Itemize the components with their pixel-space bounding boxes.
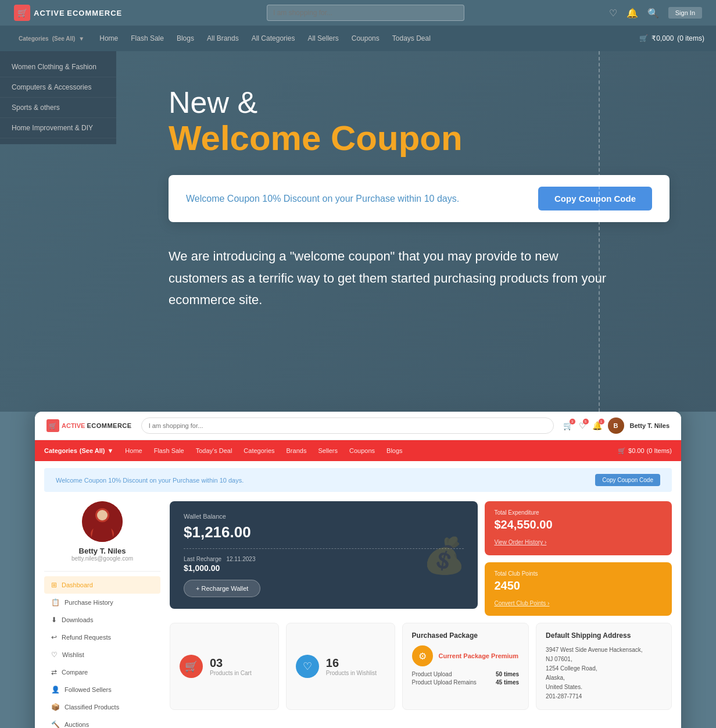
copy-coupon-button[interactable]: Copy Coupon Code [538, 187, 652, 210]
dashboard-coupon-banner: Welcome Coupon 10% Discount on your Purc… [44, 468, 672, 492]
dash-search-input[interactable] [141, 417, 554, 434]
logo-icon: 🛒 [14, 5, 30, 21]
coupon-banner: Welcome Coupon 10% Discount on your Purc… [169, 175, 670, 222]
wishlist-stat-icon: ♡ [296, 655, 319, 678]
chevron-down-icon: ▼ [78, 35, 84, 42]
nav-blogs[interactable]: Blogs [171, 31, 200, 46]
search-icon[interactable]: 🔍 [647, 8, 659, 19]
cart-stat-icon: 🛒 [180, 655, 203, 678]
dash-avatar[interactable]: B [608, 417, 624, 434]
wishlist-stat-label: Products in Wishlist [326, 670, 377, 676]
package-icon-row: ⚙ Current Package Premium [412, 645, 520, 666]
dash-nav-coupons[interactable]: Coupons [343, 447, 381, 454]
address-card: Default Shipping Address 3947 West Side … [536, 623, 672, 710]
wallet-last-amount: $1,000.00 [184, 563, 464, 573]
dash-categories-dropdown[interactable]: Categories (See All) ▼ [44, 447, 119, 454]
dash-icons: 🛒3 ♡5 🔔1 B Betty T. Niles [563, 417, 670, 434]
bottom-stats: 🛒 03 Products in Cart ♡ 16 Products in W… [170, 623, 672, 710]
sidebar-cat-2[interactable]: Computers & Accessories [0, 77, 116, 98]
dash-cart-icon[interactable]: 🛒3 [563, 421, 573, 430]
nav-flash-sale[interactable]: Flash Sale [125, 31, 170, 46]
sidebar-item-auctions[interactable]: 🔨 Auctions [44, 716, 160, 728]
package-icon: ⚙ [412, 645, 433, 666]
dash-cart-icon-nav: 🛒 [618, 447, 626, 455]
dash-nav-home[interactable]: Home [119, 447, 148, 454]
nav-todays-deal[interactable]: Todays Deal [386, 31, 436, 46]
sidebar-item-followed-sellers[interactable]: 👤 Followed Sellers [44, 681, 160, 698]
nav-home[interactable]: Home [94, 31, 124, 46]
dash-cart-sub: (0 Items) [647, 447, 672, 454]
dashboard-topbar: 🛒 ACTIVE ECOMMERCE 🛒3 ♡5 🔔1 B Betty T. N… [35, 412, 681, 440]
dash-username: Betty T. Niles [630, 422, 670, 429]
wishlist-stat-card: ♡ 16 Products in Wishlist [286, 623, 395, 710]
profile-email: betty.niles@google.com [44, 555, 160, 562]
dash-logo: 🛒 ACTIVE ECOMMERCE [46, 419, 132, 432]
nav-bar: Categories (See All) ▼ Home Flash Sale B… [0, 26, 716, 51]
signin-button[interactable]: Sign In [668, 7, 702, 19]
sidebar-cat-4[interactable]: Home Improvement & DIY [0, 118, 116, 138]
coupon-banner-text: Welcome Coupon 10% Discount on your Purc… [186, 194, 459, 204]
sidebar-item-downloads[interactable]: ⬇ Downloads [44, 611, 160, 629]
sidebar-item-label: Compare [62, 669, 88, 676]
dashboard-sidebar: Betty T. Niles betty.niles@google.com ⊞ … [44, 501, 160, 728]
history-icon: 📋 [51, 598, 60, 606]
expenditure-card: Total Expenditure $24,550.00 View Order … [485, 501, 672, 555]
club-points-value: 2450 [494, 579, 663, 593]
notification-icon[interactable]: 🔔 [627, 8, 638, 19]
dashboard-icon: ⊞ [51, 581, 57, 589]
dashboard-copy-coupon-button[interactable]: Copy Coupon Code [595, 474, 660, 486]
classified-icon: 📦 [51, 703, 60, 711]
convert-club-points-link[interactable]: Convert Club Points › [494, 600, 549, 606]
dash-logo-text: ACTIVE ECOMMERCE [62, 422, 132, 429]
dash-cart[interactable]: 🛒 $0.00 (0 Items) [618, 447, 672, 455]
sidebar-item-dashboard[interactable]: ⊞ Dashboard [44, 576, 160, 594]
sidebar-item-classified-products[interactable]: 📦 Classified Products [44, 698, 160, 716]
sidebar-item-wishlist[interactable]: ♡ Wishlist [44, 646, 160, 663]
sidebar-cat-1[interactable]: Women Clothing & Fashion [0, 57, 116, 77]
sidebar-item-compare[interactable]: ⇄ Compare [44, 663, 160, 681]
nav-coupons[interactable]: Coupons [346, 31, 385, 46]
dash-nav-blogs[interactable]: Blogs [381, 447, 409, 454]
nav-all-categories[interactable]: All Categories [246, 31, 301, 46]
hero-welcome-text: Welcome Coupon [169, 119, 670, 158]
dash-logo-icon: 🛒 [46, 419, 59, 432]
dash-nav-todays-deal[interactable]: Today's Deal [190, 447, 238, 454]
recharge-wallet-button[interactable]: + Recharge Wallet [184, 580, 260, 597]
top-bar-right: ♡ 🔔 🔍 Sign In [609, 7, 702, 19]
package-row-1: Product Upload 50 times [412, 671, 520, 677]
dash-nav-categories[interactable]: Categories [238, 447, 280, 454]
dash-nav-brands[interactable]: Brands [281, 447, 313, 454]
hero-sidebar-categories: Women Clothing & Fashion Computers & Acc… [0, 51, 116, 144]
wishlist-icon: ♡ [51, 651, 58, 659]
sidebar-item-label: Followed Sellers [65, 686, 112, 693]
package-card: Purchased Package ⚙ Current Package Prem… [402, 623, 529, 710]
nav-all-sellers[interactable]: All Sellers [302, 31, 344, 46]
dash-chevron-down-icon: ▼ [107, 447, 113, 454]
profile-name: Betty T. Niles [44, 547, 160, 555]
dashboard-main: Betty T. Niles betty.niles@google.com ⊞ … [35, 492, 681, 728]
user-avatar [82, 501, 123, 542]
dash-heart-icon[interactable]: ♡5 [579, 421, 586, 430]
heart-icon[interactable]: ♡ [609, 8, 617, 19]
hero-new-text: New & [169, 86, 670, 119]
dash-categories-label: Categories [44, 447, 77, 454]
view-order-history-link[interactable]: View Order History › [494, 539, 546, 545]
cart[interactable]: 🛒 ₹0,000 (0 items) [639, 34, 704, 42]
dash-nav-flash-sale[interactable]: Flash Sale [148, 447, 190, 454]
search-input[interactable] [267, 5, 464, 21]
package-name: Current Package Premium [439, 652, 519, 659]
sidebar-item-purchase-history[interactable]: 📋 Purchase History [44, 594, 160, 611]
sidebar-cat-3[interactable]: Sports & others [0, 98, 116, 118]
categories-dropdown[interactable]: Categories (See All) ▼ [12, 32, 91, 45]
address-text: 3947 West Side Avenue Hackensack, NJ 076… [546, 645, 662, 701]
download-icon: ⬇ [51, 616, 57, 624]
sidebar-item-label: Purchase History [65, 599, 113, 606]
package-title: Purchased Package [412, 631, 520, 640]
compare-icon: ⇄ [51, 668, 57, 676]
dash-nav-sellers[interactable]: Sellers [312, 447, 343, 454]
nav-all-brands[interactable]: All Brands [201, 31, 245, 46]
sidebar-item-refund[interactable]: ↩ Refund Requests [44, 629, 160, 646]
wallet-label: Wallet Balance [184, 513, 464, 520]
cart-icon: 🛒 [639, 34, 648, 42]
dash-notification-icon[interactable]: 🔔1 [592, 421, 602, 430]
